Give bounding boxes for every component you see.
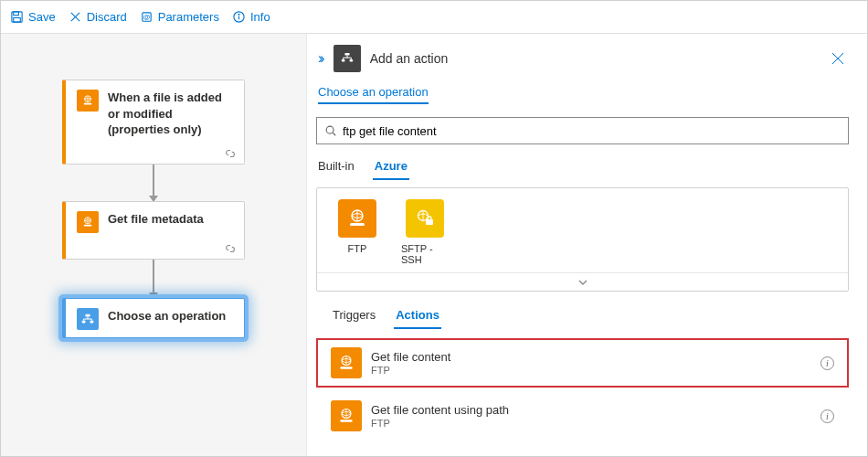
svg-rect-36 xyxy=(428,217,431,220)
svg-rect-19 xyxy=(82,320,86,323)
svg-rect-14 xyxy=(85,314,90,316)
operation-icon xyxy=(333,45,361,72)
action-sub: FTP xyxy=(371,418,811,429)
save-button[interactable]: Save xyxy=(10,10,56,24)
svg-rect-21 xyxy=(344,53,349,56)
connector-arrow xyxy=(153,165,154,201)
save-label: Save xyxy=(28,10,56,24)
info-icon xyxy=(232,10,246,24)
tab-actions[interactable]: Actions xyxy=(394,306,441,329)
tab-builtin[interactable]: Built-in xyxy=(316,155,356,180)
search-input[interactable] xyxy=(316,117,849,144)
tab-azure[interactable]: Azure xyxy=(373,155,409,180)
section-label: Choose an operation xyxy=(318,85,429,104)
svg-rect-27 xyxy=(349,59,353,62)
svg-point-30 xyxy=(326,126,333,133)
connector-arrow xyxy=(153,260,154,298)
info-icon[interactable]: i xyxy=(820,356,834,370)
svg-text:@: @ xyxy=(143,13,150,21)
action-title: Get file metadata xyxy=(108,211,204,228)
action-title: Get file content using path xyxy=(371,403,811,418)
link-icon xyxy=(224,242,237,255)
action-title: Get file content xyxy=(371,350,811,365)
svg-rect-11 xyxy=(84,103,92,105)
operation-type-tabs: Triggers Actions xyxy=(331,306,849,329)
parameters-icon: @ xyxy=(140,10,153,24)
connectors-box: FTP SFTP - SSH xyxy=(316,187,849,292)
svg-rect-13 xyxy=(84,224,92,226)
operation-icon xyxy=(77,308,99,330)
svg-rect-40 xyxy=(340,420,352,422)
discard-button[interactable]: Discard xyxy=(69,10,127,24)
trigger-title: When a file is added or modified (proper… xyxy=(108,90,233,138)
svg-rect-1 xyxy=(14,12,19,16)
search-field[interactable] xyxy=(343,124,841,138)
connector-label: SFTP - SSH xyxy=(401,243,449,265)
svg-rect-2 xyxy=(14,17,21,22)
ftp-icon xyxy=(338,199,376,238)
ftp-icon xyxy=(331,347,362,378)
ftp-icon xyxy=(331,400,362,431)
sftp-icon xyxy=(406,199,444,238)
close-button[interactable] xyxy=(825,46,851,71)
trigger-card[interactable]: When a file is added or modified (proper… xyxy=(62,80,245,165)
connector-group-tabs: Built-in Azure xyxy=(316,155,849,180)
info-button[interactable]: Info xyxy=(232,10,270,24)
svg-rect-26 xyxy=(342,59,345,62)
connector-sftp[interactable]: SFTP - SSH xyxy=(401,199,449,265)
ftp-icon xyxy=(77,211,99,233)
action-get-file-content[interactable]: Get file content FTP i xyxy=(316,338,849,388)
save-icon xyxy=(10,10,24,24)
expand-connectors[interactable] xyxy=(317,272,848,291)
command-bar: Save Discard @ Parameters Info xyxy=(1,1,867,34)
info-label: Info xyxy=(250,10,270,24)
collapse-button[interactable]: ›› xyxy=(318,50,323,67)
connector-label: FTP xyxy=(348,243,367,254)
svg-rect-20 xyxy=(90,320,94,323)
close-icon xyxy=(830,50,846,67)
discard-icon xyxy=(69,10,82,24)
action-get-file-content-path[interactable]: Get file content using path FTP i xyxy=(316,391,849,441)
tab-triggers[interactable]: Triggers xyxy=(331,306,377,329)
link-icon xyxy=(224,147,237,160)
svg-line-31 xyxy=(333,133,335,135)
parameters-button[interactable]: @ Parameters xyxy=(140,10,219,24)
search-icon xyxy=(324,124,337,137)
svg-point-9 xyxy=(238,14,239,15)
chevron-down-icon xyxy=(577,277,588,288)
operation-panel: ›› Add an action Choose an operation Bui… xyxy=(307,34,867,456)
choose-operation-title: Choose an operation xyxy=(108,308,226,324)
svg-rect-38 xyxy=(340,367,352,369)
parameters-label: Parameters xyxy=(158,10,219,24)
choose-operation-card[interactable]: Choose an operation xyxy=(62,298,245,338)
info-icon[interactable]: i xyxy=(820,409,834,423)
action-card-metadata[interactable]: Get file metadata xyxy=(62,201,245,260)
designer-canvas[interactable]: When a file is added or modified (proper… xyxy=(1,34,307,456)
discard-label: Discard xyxy=(87,10,127,24)
panel-title: Add an action xyxy=(370,51,816,66)
action-sub: FTP xyxy=(371,365,811,376)
ftp-icon xyxy=(77,90,99,112)
svg-rect-33 xyxy=(350,223,365,226)
connector-ftp[interactable]: FTP xyxy=(333,199,381,265)
